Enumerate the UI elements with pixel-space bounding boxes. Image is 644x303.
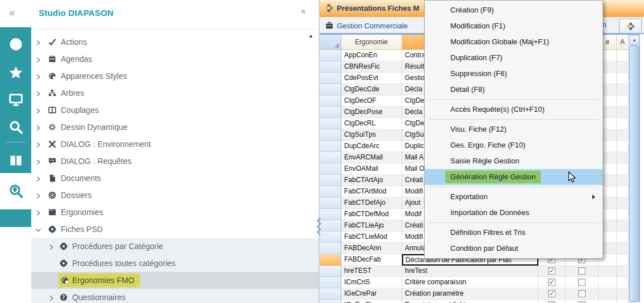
- sidebar-item-favorites[interactable]: [0, 60, 31, 86]
- cell-e[interactable]: [599, 300, 617, 303]
- checked-checkbox[interactable]: ✓: [548, 279, 555, 286]
- tab-diapason[interactable]: [619, 19, 642, 33]
- row-selector[interactable]: [320, 232, 341, 243]
- cell-ergonomie[interactable]: FabCTDefAjo: [341, 197, 402, 209]
- cell-a[interactable]: [617, 243, 628, 254]
- row-selector[interactable]: [320, 129, 341, 141]
- tree-item-ergonomies-fmo[interactable]: Ergonomies FMO: [31, 272, 319, 289]
- cell-a[interactable]: [617, 129, 628, 141]
- cell-a[interactable]: [617, 163, 628, 175]
- menu-item-d-finition-filtres-et-tris[interactable]: Définition Filtres et Tris: [425, 225, 603, 241]
- collapse-panel-icon[interactable]: «: [9, 7, 15, 19]
- menu-item-cr-ation-f9[interactable]: Création (F9): [425, 2, 603, 18]
- row-selector[interactable]: [320, 300, 341, 303]
- row-selector[interactable]: [320, 197, 341, 209]
- row-selector[interactable]: [320, 73, 341, 84]
- close-icon[interactable]: ×: [300, 6, 306, 18]
- cell-a[interactable]: [617, 107, 628, 118]
- cell-ergonomie[interactable]: FabCTDefMod: [341, 209, 402, 220]
- menu-item-suppression-f6[interactable]: Suppression (F6): [425, 66, 603, 82]
- row-selector[interactable]: [320, 118, 341, 129]
- cell-a[interactable]: [617, 175, 628, 186]
- row-selector[interactable]: [320, 254, 341, 266]
- column-header-ergonomie[interactable]: Ergonomie: [341, 35, 402, 50]
- cell-ergonomie[interactable]: IGeEnrFic: [341, 300, 402, 303]
- cell-a[interactable]: [617, 186, 628, 197]
- column-header-a[interactable]: A: [617, 35, 628, 50]
- tree-item-fiches-psd[interactable]: Fiches PSD: [31, 221, 319, 238]
- splitter-handle-icon[interactable]: [316, 217, 322, 239]
- tree-item-documents[interactable]: Documents: [31, 170, 319, 187]
- cell-libelle[interactable]: hreTest: [402, 266, 538, 277]
- cell-ergonomie[interactable]: IGeCrePar: [341, 288, 402, 300]
- cell-ergonomie[interactable]: CBNResFic: [341, 61, 402, 73]
- cell-a[interactable]: [617, 84, 628, 95]
- menu-item-modification-globale-maj-f1[interactable]: Modification Globale (Maj+F1): [425, 34, 603, 50]
- row-selector[interactable]: [320, 266, 341, 277]
- cell-a[interactable]: [617, 277, 628, 288]
- checked-checkbox[interactable]: ✓: [548, 267, 555, 275]
- cell-libelle[interactable]: Création paramètre: [402, 288, 538, 300]
- table-row-ICmCriS[interactable]: ICmCriSCritère comparaison✓: [320, 277, 628, 288]
- cell-libelle[interactable]: Critère comparaison: [402, 277, 538, 288]
- cell-ergonomie[interactable]: CtgDecOF: [341, 95, 402, 107]
- cell-a[interactable]: [617, 300, 628, 303]
- row-selector[interactable]: [320, 84, 341, 95]
- cell-ergonomie[interactable]: hreTEST: [341, 266, 402, 277]
- cell-a[interactable]: [617, 288, 628, 300]
- tree-item-dessin-dynamique[interactable]: Dessin Dynamique: [31, 119, 319, 136]
- row-selector[interactable]: [320, 152, 341, 163]
- cell-ergonomie[interactable]: EnvOAMail: [341, 163, 402, 175]
- tree-item-dossiers[interactable]: Dossiers: [31, 187, 319, 204]
- cell-ergonomie[interactable]: CtgDecPose: [341, 107, 402, 118]
- cell-a[interactable]: [617, 254, 628, 266]
- row-selector[interactable]: [320, 243, 341, 254]
- cell-ergonomie[interactable]: CtgDecRL: [341, 118, 402, 129]
- row-selector[interactable]: [320, 163, 341, 175]
- table-row-IGeEnrFic[interactable]: IGeEnrFicEnregistrement fichier✓: [320, 300, 628, 303]
- row-selector[interactable]: [320, 175, 341, 186]
- row-selector[interactable]: [320, 95, 341, 107]
- cell-a[interactable]: [617, 197, 628, 209]
- cell-ergonomie[interactable]: FabCTArtMod: [341, 186, 402, 197]
- tree-item-questionnaires[interactable]: ?Questionnaires: [31, 289, 319, 303]
- grid-corner-cell[interactable]: [320, 35, 341, 50]
- row-selector[interactable]: [320, 186, 341, 197]
- cell-a[interactable]: [617, 118, 628, 129]
- cell-a[interactable]: [617, 50, 628, 61]
- row-selector[interactable]: [320, 50, 341, 61]
- tree-item-proc-dures-par-cat-gorie[interactable]: Procédures par Catégorie: [31, 238, 319, 255]
- cell-a[interactable]: [617, 266, 628, 277]
- cell-a[interactable]: [617, 73, 628, 84]
- menu-item-d-tail-f8[interactable]: Détail (F8): [425, 82, 603, 98]
- cell-ergonomie[interactable]: DupCdeArc: [341, 141, 402, 152]
- sidebar-item-layout[interactable]: [0, 148, 31, 174]
- menu-item-visu-fiche-f12[interactable]: Visu. Fiche (F12): [425, 121, 603, 137]
- scrollbar-up-icon[interactable]: ▲: [629, 35, 639, 45]
- cell-ergonomie[interactable]: ICmCriS: [341, 277, 402, 288]
- tab-gestion-commerciale[interactable]: Gestion Commerciale: [325, 19, 408, 32]
- tree-item-arbres[interactable]: Arbres: [31, 85, 319, 102]
- cell-a[interactable]: [617, 141, 628, 152]
- cell-ergonomie[interactable]: FabCTLieAjo: [341, 220, 402, 232]
- cell-a[interactable]: [617, 232, 628, 243]
- tree-item-apparences-styles[interactable]: Apparences Styles: [31, 68, 319, 85]
- menu-item-exportation[interactable]: Exportation: [425, 189, 603, 205]
- tree-item-agendas[interactable]: Agendas: [31, 51, 319, 68]
- tree-item-couplages[interactable]: Couplages: [31, 102, 319, 119]
- cell-ergonomie[interactable]: EnvARCMail: [341, 152, 402, 163]
- row-selector[interactable]: [320, 141, 341, 152]
- unchecked-checkbox[interactable]: [578, 267, 586, 275]
- cell-ergonomie[interactable]: FabCTLieMod: [341, 232, 402, 243]
- checked-checkbox[interactable]: ✓: [548, 290, 555, 297]
- cell-libelle[interactable]: Enregistrement fichier: [402, 300, 538, 303]
- tree-item-ergonomies[interactable]: Ergonomies: [31, 204, 319, 221]
- cell-ergonomie[interactable]: AppConEn: [341, 50, 402, 61]
- sidebar-item-search[interactable]: [0, 114, 31, 140]
- unchecked-checkbox[interactable]: [578, 290, 586, 297]
- cell-e[interactable]: [599, 288, 617, 300]
- menu-item-acc-s-requ-te-s-ctrl-f10[interactable]: Accès Requête(s) (Ctrl+F10): [425, 102, 603, 117]
- cell-ergonomie[interactable]: CtgSuiTps: [341, 129, 402, 141]
- row-selector[interactable]: [320, 61, 341, 73]
- menu-item-duplication-f7[interactable]: Duplication (F7): [425, 50, 603, 66]
